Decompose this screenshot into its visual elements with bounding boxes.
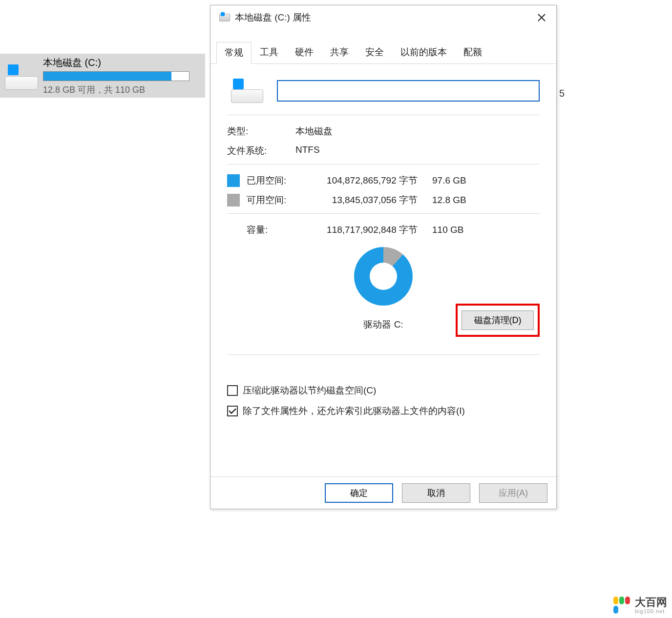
watermark-sub: big100.net: [635, 608, 667, 614]
disk-cleanup-button[interactable]: 磁盘清理(D): [462, 310, 534, 330]
used-swatch: [227, 174, 240, 187]
volume-label-input[interactable]: [277, 80, 540, 102]
apply-button[interactable]: 应用(A): [479, 483, 547, 503]
index-checkbox-label: 除了文件属性外，还允许索引此驱动器上文件的内容(I): [243, 405, 465, 417]
used-bytes: 104,872,865,792 字节: [305, 174, 432, 187]
index-checkbox[interactable]: [227, 406, 238, 416]
close-icon: [537, 13, 546, 22]
capacity-size: 110 GB: [432, 225, 481, 235]
titlebar: 本地磁盘 (C:) 属性: [210, 5, 556, 30]
cutoff-char: 5: [559, 88, 565, 99]
drive-name: 本地磁盘 (C:): [43, 56, 200, 69]
watermark-logo-icon: [613, 597, 631, 614]
tab-tools[interactable]: 工具: [252, 41, 287, 63]
dialog-title: 本地磁盘 (C:) 属性: [235, 11, 311, 24]
tab-general[interactable]: 常规: [216, 42, 252, 64]
filesystem-label: 文件系统:: [227, 144, 295, 157]
close-button[interactable]: [532, 8, 551, 27]
compress-checkbox-row[interactable]: 压缩此驱动器以节约磁盘空间(C): [227, 384, 540, 397]
watermark: 大百网 big100.net: [613, 597, 667, 614]
free-size: 12.8 GB: [432, 195, 481, 206]
used-label: 已用空间:: [247, 174, 305, 187]
usage-donut: [354, 247, 413, 306]
used-size: 97.6 GB: [432, 175, 481, 186]
drive-info-block: 本地磁盘 (C:) 12.8 GB 可用，共 110 GB: [43, 56, 200, 96]
drive-caption: 驱动器 C:: [363, 318, 403, 331]
tab-sharing[interactable]: 共享: [322, 41, 357, 63]
tab-previous-versions[interactable]: 以前的版本: [392, 41, 455, 63]
free-bytes: 13,845,037,056 字节: [305, 194, 432, 206]
compress-checkbox[interactable]: [227, 385, 238, 396]
properties-dialog: 本地磁盘 (C:) 属性 常规 工具 硬件 共享 安全 以前的版本 配额 类型:…: [210, 5, 557, 509]
filesystem-value: NTFS: [295, 144, 320, 157]
drive-list-item[interactable]: 本地磁盘 (C:) 12.8 GB 可用，共 110 GB: [0, 54, 205, 98]
capacity-row: 容量: 118,717,902,848 字节 110 GB: [247, 224, 540, 236]
free-swatch: [227, 194, 240, 206]
ok-button[interactable]: 确定: [325, 483, 393, 503]
capacity-label: 容量:: [247, 224, 305, 236]
type-label: 类型:: [227, 125, 295, 138]
drive-status-text: 12.8 GB 可用，共 110 GB: [43, 84, 200, 96]
index-checkbox-row[interactable]: 除了文件属性外，还允许索引此驱动器上文件的内容(I): [227, 405, 540, 417]
drive-icon: [5, 62, 38, 90]
capacity-bytes: 118,717,902,848 字节: [305, 224, 432, 236]
disk-cleanup-highlight: 磁盘清理(D): [456, 304, 540, 337]
tab-content-general: 类型: 本地磁盘 文件系统: NTFS 已用空间: 104,872,865,79…: [210, 64, 556, 476]
compress-checkbox-label: 压缩此驱动器以节约磁盘空间(C): [243, 384, 376, 397]
tab-security[interactable]: 安全: [357, 41, 392, 63]
free-label: 可用空间:: [247, 194, 305, 206]
usage-chart: 驱动器 C: 磁盘清理(D): [227, 247, 540, 331]
tab-hardware[interactable]: 硬件: [287, 41, 322, 63]
watermark-name: 大百网: [635, 597, 667, 608]
drive-usage-bar: [43, 71, 189, 81]
dialog-footer: 确定 取消 应用(A): [210, 476, 556, 509]
drive-large-icon: [231, 79, 263, 103]
tab-quota[interactable]: 配额: [455, 41, 490, 63]
titlebar-drive-icon: [219, 14, 230, 21]
cancel-button[interactable]: 取消: [402, 483, 470, 503]
type-value: 本地磁盘: [295, 125, 333, 138]
free-space-row: 可用空间: 13,845,037,056 字节 12.8 GB: [227, 194, 540, 206]
used-space-row: 已用空间: 104,872,865,792 字节 97.6 GB: [227, 174, 540, 187]
tabstrip: 常规 工具 硬件 共享 安全 以前的版本 配额: [210, 41, 556, 64]
